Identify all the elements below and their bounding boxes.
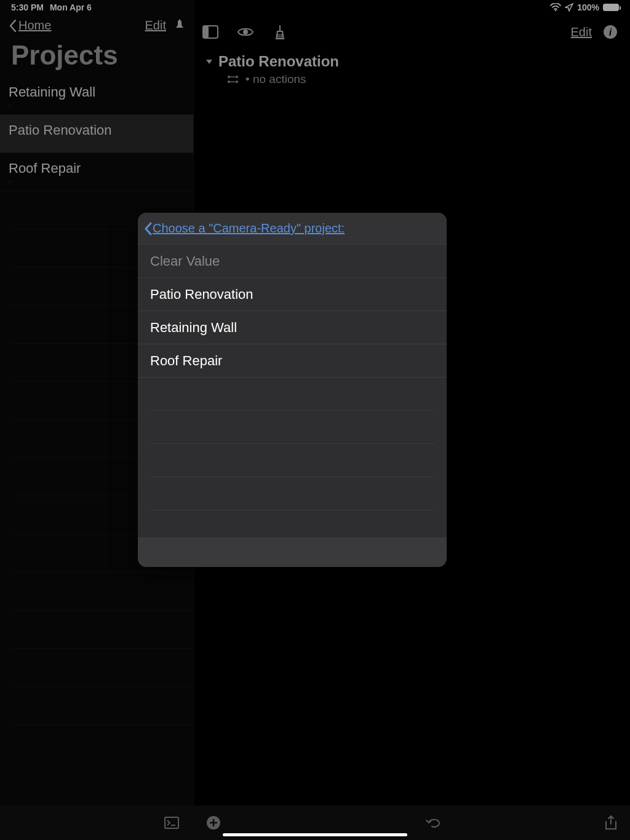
popover-back-label: Choose a "Camera-Ready" project: (153, 221, 345, 236)
undo-icon[interactable] (426, 817, 442, 829)
sequence-icon (227, 75, 239, 84)
main-edit-button[interactable]: Edit (571, 25, 592, 39)
popover-option-roof-repair[interactable]: Roof Repair (138, 344, 447, 378)
back-home-label: Home (18, 18, 51, 33)
popover-option-label: Patio Renovation (150, 287, 253, 303)
terminal-icon[interactable] (164, 817, 179, 829)
sidebar-edit-button[interactable]: Edit (145, 18, 166, 33)
add-button[interactable] (206, 815, 221, 830)
eye-icon[interactable] (237, 26, 254, 38)
popover-clear-label: Clear Value (150, 253, 220, 269)
popover-option-label: Roof Repair (150, 353, 222, 369)
project-detail-sub: • no actions (245, 73, 306, 86)
svg-point-2 (243, 30, 248, 34)
status-time: 5:30 PM (11, 2, 44, 12)
project-item-patio-renovation[interactable]: Patio Renovation (0, 115, 193, 153)
project-item-title: Roof Repair (9, 160, 185, 176)
disclosure-triangle-icon[interactable] (205, 57, 213, 66)
wifi-icon (550, 3, 561, 12)
location-icon (565, 3, 573, 12)
svg-rect-8 (165, 817, 178, 828)
back-home-button[interactable]: Home (9, 18, 51, 33)
popover-header: Choose a "Camera-Ready" project: (138, 213, 447, 245)
popover-option-label: Retaining Wall (150, 320, 237, 336)
project-list: Retaining Wall ○ Patio Renovation Roof R… (0, 77, 193, 191)
home-indicator[interactable] (223, 833, 407, 836)
project-detail-title: Patio Renovation (218, 53, 339, 70)
svg-text:i: i (609, 27, 612, 38)
share-icon[interactable] (604, 815, 618, 830)
popover-empty-rows (138, 378, 447, 510)
svg-point-5 (228, 76, 230, 78)
project-detail: Patio Renovation • no actions (194, 52, 630, 86)
svg-point-6 (228, 81, 230, 83)
cleanup-icon[interactable] (273, 24, 287, 40)
chevron-left-icon (144, 222, 153, 236)
popover-clear-value[interactable]: Clear Value (138, 245, 447, 278)
popover-footer (138, 537, 447, 567)
project-picker-popover: Choose a "Camera-Ready" project: Clear V… (138, 213, 447, 567)
sidebar-toggle-icon[interactable] (202, 25, 218, 39)
project-item-sub: ○ (9, 103, 185, 108)
status-bar: 5:30 PM Mon Apr 6 100% (0, 0, 630, 15)
chevron-left-icon (9, 19, 17, 33)
project-item-title: Patio Renovation (9, 122, 185, 138)
project-item-roof-repair[interactable]: Roof Repair ○ (0, 153, 193, 191)
svg-point-7 (555, 10, 556, 11)
project-item-title: Retaining Wall (9, 84, 185, 100)
popover-option-retaining-wall[interactable]: Retaining Wall (138, 311, 447, 344)
info-icon[interactable]: i (603, 25, 618, 39)
sidebar-title: Projects (0, 33, 193, 77)
svg-rect-1 (203, 26, 209, 38)
project-item-retaining-wall[interactable]: Retaining Wall ○ (0, 77, 193, 115)
battery-percent: 100% (577, 2, 599, 12)
popover-option-patio-renovation[interactable]: Patio Renovation (138, 278, 447, 311)
pin-icon[interactable] (175, 19, 185, 33)
status-date: Mon Apr 6 (50, 2, 92, 12)
battery-icon (603, 4, 619, 11)
popover-back-button[interactable]: Choose a "Camera-Ready" project: (144, 221, 345, 236)
project-item-sub: ○ (9, 179, 185, 184)
